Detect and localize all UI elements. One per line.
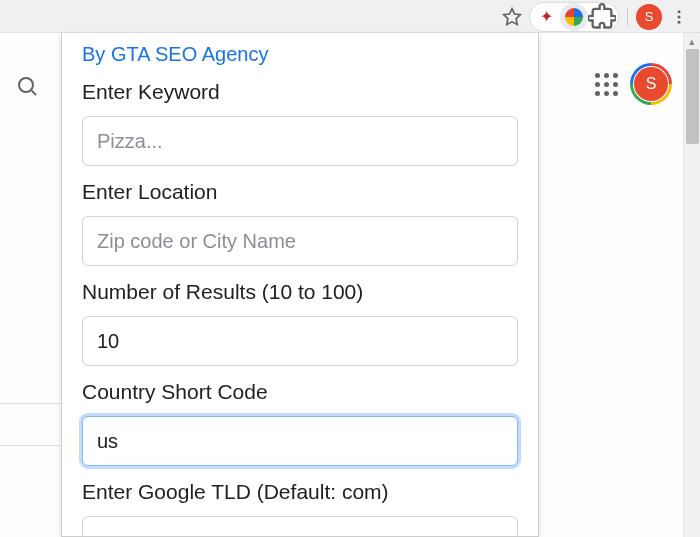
tld-label: Enter Google TLD (Default: com) (82, 480, 518, 504)
bookmark-star-icon[interactable] (499, 4, 525, 30)
browser-toolbar: ✦ S (0, 0, 700, 33)
toolbar-divider (627, 8, 628, 26)
results-input[interactable] (82, 316, 518, 366)
profile-avatar-small[interactable]: S (636, 4, 662, 30)
extensions-icon[interactable] (588, 3, 616, 31)
location-label: Enter Location (82, 180, 518, 204)
search-icon[interactable] (4, 63, 50, 109)
agency-link[interactable]: By GTA SEO Agency (82, 43, 518, 66)
scroll-up-arrow-icon[interactable]: ▴ (684, 33, 700, 49)
tld-input[interactable] (82, 516, 518, 536)
extension-group: ✦ (529, 2, 619, 32)
svg-point-2 (678, 15, 681, 18)
extension-popup: By GTA SEO Agency Enter Keyword Enter Lo… (61, 33, 539, 537)
maple-extension-icon[interactable]: ✦ (532, 3, 560, 31)
vertical-scrollbar[interactable]: ▴ (683, 33, 700, 537)
keyword-label: Enter Keyword (82, 80, 518, 104)
avatar-letter: S (634, 67, 668, 101)
google-apps-icon[interactable] (595, 73, 618, 96)
results-label: Number of Results (10 to 100) (82, 280, 518, 304)
country-input[interactable] (82, 416, 518, 466)
divider-line (0, 403, 60, 404)
svg-line-5 (32, 91, 36, 95)
svg-point-1 (678, 10, 681, 13)
location-input[interactable] (82, 216, 518, 266)
svg-point-3 (678, 20, 681, 23)
scrollbar-thumb[interactable] (686, 49, 699, 144)
globe-extension-icon[interactable] (560, 3, 588, 31)
account-avatar[interactable]: S (630, 63, 672, 105)
divider-line (0, 445, 60, 446)
country-label: Country Short Code (82, 380, 518, 404)
kebab-menu-icon[interactable] (666, 4, 692, 30)
svg-point-4 (19, 78, 33, 92)
svg-marker-0 (504, 8, 521, 24)
keyword-input[interactable] (82, 116, 518, 166)
